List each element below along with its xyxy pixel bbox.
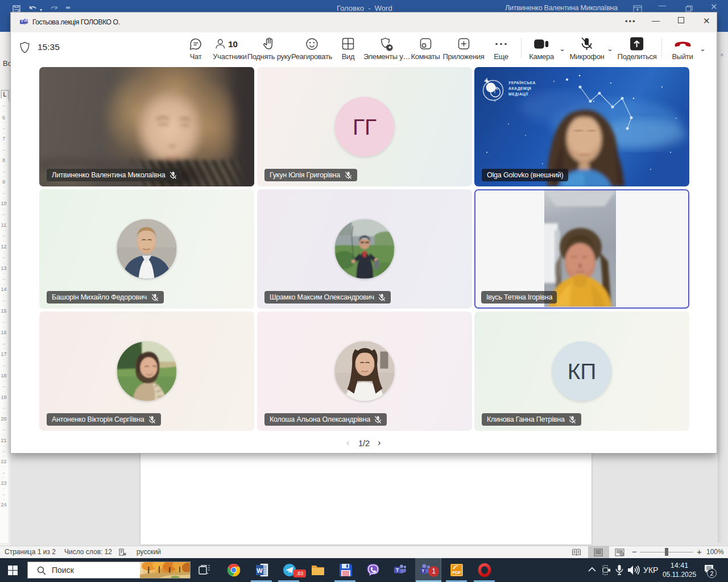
- svg-text:W: W: [257, 567, 263, 574]
- svg-text:PDF: PDF: [452, 570, 461, 575]
- svg-text:T: T: [21, 20, 23, 23]
- svg-text:УКРАЇНСЬКА: УКРАЇНСЬКА: [508, 81, 536, 85]
- svg-text:АКАДЕМІЯ: АКАДЕМІЯ: [508, 86, 531, 91]
- svg-text:T: T: [396, 567, 399, 573]
- svg-text:T: T: [421, 568, 424, 573]
- svg-text:МЕДІАЦІЇ: МЕДІАЦІЇ: [508, 92, 528, 97]
